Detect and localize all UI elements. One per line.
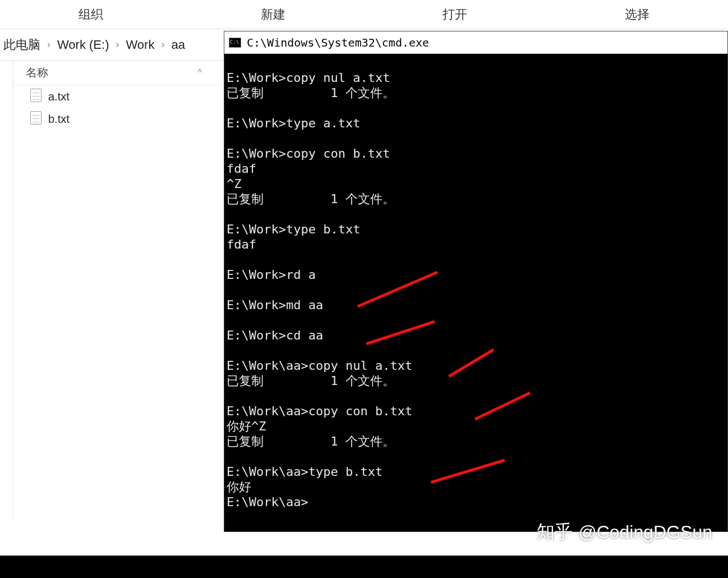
cmd-title: C:\Windows\System32\cmd.exe: [247, 36, 429, 49]
ribbon-tab-open[interactable]: 打开: [364, 1, 546, 29]
file-name: a.txt: [48, 90, 70, 103]
sort-indicator-icon: ^: [197, 68, 202, 78]
nav-pane[interactable]: [0, 61, 13, 521]
chevron-right-icon: ›: [116, 39, 119, 51]
column-name[interactable]: 名称: [26, 65, 48, 80]
file-list-header[interactable]: 名称 ^: [13, 61, 224, 85]
bottom-strip: [0, 556, 728, 578]
cmd-icon: [229, 38, 241, 48]
breadcrumb-item[interactable]: Work (E:): [57, 38, 109, 52]
file-list: 名称 ^ a.txt b.txt: [13, 61, 224, 521]
cmd-window[interactable]: C:\Windows\System32\cmd.exe E:\Work>copy…: [224, 31, 728, 532]
chevron-right-icon: ›: [161, 39, 164, 51]
ribbon-tab-organize[interactable]: 组织: [0, 1, 182, 29]
breadcrumb[interactable]: 此电脑 › Work (E:) › Work › aa: [0, 29, 224, 61]
file-name: b.txt: [48, 113, 70, 126]
watermark-handle: @CodingDGSun: [578, 522, 712, 543]
cmd-titlebar[interactable]: C:\Windows\System32\cmd.exe: [224, 31, 727, 54]
breadcrumb-item[interactable]: Work: [126, 38, 154, 52]
watermark: 知乎 @CodingDGSun: [537, 520, 712, 544]
breadcrumb-item[interactable]: 此电脑: [3, 36, 40, 53]
file-item[interactable]: a.txt: [13, 85, 224, 108]
breadcrumb-item[interactable]: aa: [171, 38, 185, 52]
ribbon-tab-select[interactable]: 选择: [546, 1, 729, 29]
explorer-ribbon: 组织 新建 打开 选择: [0, 0, 728, 29]
txt-file-icon: [30, 89, 42, 105]
cmd-output[interactable]: E:\Work>copy nul a.txt 已复制 1 个文件。 E:\Wor…: [224, 54, 727, 531]
file-item[interactable]: b.txt: [13, 108, 224, 130]
zhihu-logo-text: 知乎: [537, 520, 573, 544]
txt-file-icon: [30, 111, 42, 127]
ribbon-tab-new[interactable]: 新建: [182, 1, 365, 29]
chevron-right-icon: ›: [47, 39, 50, 51]
